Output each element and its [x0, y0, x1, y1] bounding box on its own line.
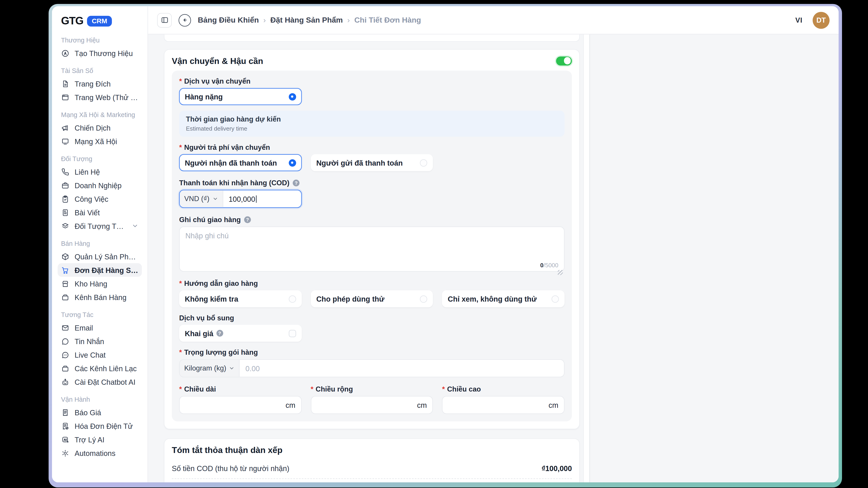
summary-row-value: ₫100,000 [372, 464, 572, 473]
back-button[interactable] [179, 14, 191, 26]
addon-option[interactable]: Khai giá? [179, 325, 302, 342]
shipping-toggle[interactable] [556, 56, 572, 65]
checkbox-control [289, 330, 296, 337]
dimension-input[interactable]: cm [179, 396, 302, 414]
instruction-option[interactable]: Không kiểm tra [179, 290, 302, 307]
delivery-note-textarea[interactable]: Nhập ghi chú 0/5000 [179, 227, 565, 272]
box-icon [61, 364, 70, 372]
sidebar-item-label: Các Kênh Liên Lạc [74, 364, 137, 372]
sidebar-section-label: Tương Tác [61, 311, 138, 318]
previous-card-remnant [164, 35, 580, 42]
sidebar-item-label: Hóa Đơn Điện Tử [74, 422, 133, 430]
dimension-input[interactable]: cm [442, 396, 565, 414]
breadcrumb-item[interactable]: Bảng Điều Khiển [198, 16, 259, 24]
weight-input[interactable]: 0.00 [240, 360, 564, 377]
sidebar-item-label: Trang Web (Thử Nghiệ... [74, 93, 138, 101]
instruction-option[interactable]: Cho phép dùng thử [311, 290, 433, 307]
sidebar-toggle-button[interactable] [157, 13, 172, 27]
radio-control [420, 159, 428, 166]
sidebar-item[interactable]: Công Việc [58, 192, 142, 205]
language-switcher[interactable]: VI [795, 16, 802, 24]
sidebar-item[interactable]: Liên Hệ [58, 165, 142, 178]
clipboard-check-icon [61, 195, 70, 203]
weight-unit-select[interactable]: Kilogram (kg) [180, 360, 240, 377]
sidebar-item[interactable]: Mạng Xã Hội [58, 134, 142, 148]
addon-option-label: Khai giá? [185, 329, 223, 337]
instruction-options: Không kiểm traCho phép dùng thửChỉ xem, … [179, 290, 565, 307]
sidebar-section-label: Mạng Xã Hội & Marketing [61, 111, 138, 118]
cod-input-group: VND (₫) 100,000 [179, 190, 302, 208]
chevron-down-icon [212, 196, 218, 202]
dimension-input[interactable]: cm [311, 396, 433, 414]
sidebar-item[interactable]: Tin Nhắn [58, 334, 142, 348]
currency-select[interactable]: VND (₫) [180, 191, 223, 207]
sidebar-item[interactable]: Bài Viết [58, 205, 142, 219]
cod-amount-input[interactable]: 100,000 [223, 191, 301, 207]
delivery-time-banner: Thời gian giao hàng dự kiến Estimated de… [179, 111, 565, 137]
header-right: VI DT [795, 11, 830, 29]
breadcrumb-item[interactable]: Đặt Hàng Sản Phẩm [270, 16, 343, 24]
cart-icon [61, 266, 70, 274]
breadcrumb-separator: › [264, 16, 266, 24]
gear-icon [61, 449, 70, 457]
instruction-option[interactable]: Chỉ xem, không dùng thử [442, 290, 565, 307]
sidebar-item[interactable]: Kênh Bán Hàng [58, 290, 142, 304]
desktop-background: GTG CRM Thương HiệuTạo Thương HiệuTài Sả… [0, 0, 868, 488]
sidebar-item[interactable]: Các Kênh Liên Lạc [58, 361, 142, 375]
chat-dots-icon [61, 350, 70, 359]
resize-handle[interactable] [558, 270, 563, 275]
sidebar-item[interactable]: Hóa Đơn Điện Tử [58, 419, 142, 433]
megaphone-icon [61, 123, 70, 132]
breadcrumb-item: Chi Tiết Đơn Hàng [354, 16, 421, 24]
sidebar-item[interactable]: Chiến Dịch [58, 121, 142, 134]
sidebar-item-label: Doanh Nghiệp [74, 181, 122, 190]
sidebar-nav: Thương HiệuTạo Thương HiệuTài Sản SốTran… [58, 37, 142, 460]
brand-name: GTG [61, 15, 83, 27]
sidebar-item[interactable]: Đơn Đặt Hàng Sản Phẩ... [58, 263, 142, 277]
sidebar-item[interactable]: Quản Lý Sản Phẩm [58, 250, 142, 263]
help-icon[interactable]: ? [244, 217, 251, 223]
cod-label: Thanh toán khi nhận hàng (COD) [179, 179, 289, 187]
sidebar-item[interactable]: Trang Đích [58, 77, 142, 90]
sidebar-item[interactable]: Automations [58, 446, 142, 460]
summary-row-label: Số tiền COD (thu hộ từ người nhận) [172, 464, 372, 473]
dimension-label: *Chiều rộng [311, 385, 433, 393]
payer-option-label: Người gửi đã thanh toán [316, 158, 403, 167]
sidebar-item[interactable]: Doanh Nghiệp [58, 178, 142, 192]
breadcrumb: Bảng Điều Khiển›Đặt Hàng Sản Phẩm›Chi Ti… [198, 16, 421, 24]
char-counter: 0/5000 [540, 262, 558, 268]
help-icon[interactable]: ? [216, 330, 223, 337]
instruction-option-label: Cho phép dùng thử [316, 295, 384, 303]
avatar[interactable]: DT [813, 11, 830, 29]
sidebar-item[interactable]: Trang Web (Thử Nghiệ... [58, 90, 142, 104]
sidebar-item[interactable]: Cài Đặt Chatbot AI [58, 375, 142, 389]
sidebar-section-label: Vận Hành [61, 396, 138, 403]
sidebar-item[interactable]: Email [58, 321, 142, 334]
section-title: Vận chuyển & Hậu cần [172, 56, 263, 66]
sidebar-item[interactable]: Đối Tượng Tùy Chỉnh [58, 219, 142, 233]
help-icon[interactable]: ? [293, 180, 300, 186]
sidebar-item-label: Liên Hệ [74, 167, 100, 176]
app-window: GTG CRM Thương HiệuTạo Thương HiệuTài Sả… [49, 4, 842, 488]
sidebar-item[interactable]: Tạo Thương Hiệu [58, 46, 142, 60]
chat-icon [61, 337, 70, 346]
sidebar-item-label: Bài Viết [74, 208, 100, 217]
payer-option[interactable]: Người gửi đã thanh toán [311, 154, 433, 171]
breadcrumb-separator: › [347, 16, 350, 24]
addon-options: Khai giá? [179, 325, 565, 342]
sidebar-item-label: Trang Đích [74, 79, 111, 88]
sidebar-item-label: Automations [74, 449, 116, 457]
banner-subtitle: Estimated delivery time [186, 125, 558, 132]
sidebar-item[interactable]: Live Chat [58, 348, 142, 361]
sidebar-item[interactable]: Trợ Lý AI [58, 433, 142, 446]
payer-label: Người trả phí vận chuyển [184, 143, 270, 151]
sidebar-item[interactable]: Kho Hàng [58, 277, 142, 290]
sidebar-item[interactable]: Báo Giá [58, 405, 142, 419]
payer-option[interactable]: Người nhận đã thanh toán [179, 154, 302, 171]
currency-value: VND (₫) [184, 195, 210, 203]
service-option[interactable]: Hàng nặng [179, 88, 302, 105]
sidebar-item-label: Kênh Bán Hàng [74, 293, 126, 301]
scrollbar[interactable] [583, 35, 590, 483]
sidebar-section-label: Đối Tượng [61, 156, 138, 162]
chevron-down-icon [132, 223, 138, 229]
